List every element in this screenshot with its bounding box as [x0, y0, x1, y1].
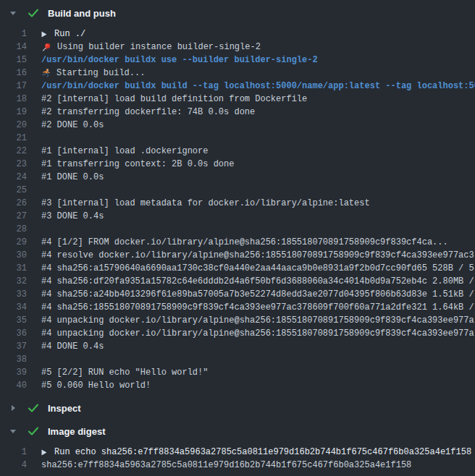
line-text-content: Starting build... — [56, 67, 145, 80]
chevron-down-icon[interactable] — [9, 428, 17, 435]
line-number[interactable]: 40 — [0, 379, 27, 392]
section-header[interactable]: Inspect — [0, 401, 475, 415]
line-number[interactable]: 16 — [0, 67, 27, 80]
line-text-content: #3 DONE 0.4s — [41, 210, 104, 223]
line-number[interactable]: 33 — [0, 288, 27, 301]
workflow-log-viewer: Build and push1Run ./14Using builder ins… — [0, 0, 475, 476]
section-header[interactable]: Image digest — [0, 424, 475, 438]
section-log-lines: 1Run ./14Using builder instance builder-… — [0, 27, 475, 392]
check-icon — [28, 404, 38, 412]
section-title: Inspect — [48, 403, 81, 414]
line-text-content: #3 [internal] load metadata for docker.i… — [41, 197, 370, 210]
line-text: #1 transferring context: 2B 0.0s done — [41, 158, 234, 171]
line-number[interactable]: 35 — [0, 314, 27, 327]
play-icon — [41, 449, 47, 456]
log-line: 21 — [0, 132, 475, 145]
line-text-content: #4 resolve docker.io/library/alpine@sha2… — [41, 249, 474, 262]
line-text-content: #4 sha256:a15790640a6690aa1730c38cf0a440… — [41, 262, 474, 275]
log-section: Build and push1Run ./14Using builder ins… — [0, 6, 475, 392]
line-text: #4 [1/2] FROM docker.io/library/alpine@s… — [41, 236, 448, 249]
log-line: 20#2 DONE 0.0s — [0, 119, 475, 132]
line-text: #2 transferring dockerfile: 74B 0.0s don… — [41, 106, 255, 119]
log-line: 36#4 unpacking docker.io/library/alpine@… — [0, 327, 475, 340]
line-number[interactable]: 28 — [0, 223, 27, 236]
log-line: 32#4 sha256:df20fa9351a15782c64e6dddb2d4… — [0, 275, 475, 288]
line-number[interactable]: 36 — [0, 327, 27, 340]
line-text: #4 DONE 0.4s — [41, 340, 104, 353]
log-line: 27#3 DONE 0.4s — [0, 210, 475, 223]
line-text-content: #4 sha256:a24bb4013296f61e89ba57005a7b3e… — [41, 288, 474, 301]
line-number[interactable]: 18 — [0, 93, 27, 106]
line-text-content: /usr/bin/docker buildx build --tag local… — [41, 80, 475, 93]
log-sections: Build and push1Run ./14Using builder ins… — [0, 6, 475, 472]
line-text-content: #4 [1/2] FROM docker.io/library/alpine@s… — [41, 236, 448, 249]
line-text: Run echo sha256:e7ff8834a5963a2785c5a081… — [41, 446, 471, 459]
line-text: #4 sha256:a24bb4013296f61e89ba57005a7b3e… — [41, 288, 474, 301]
log-line: 14Using builder instance builder-single-… — [0, 41, 475, 54]
log-line: 4sha256:e7ff8834a5963a2785c5a0811e979d16… — [0, 459, 475, 472]
log-line: 25 — [0, 184, 475, 197]
line-number[interactable]: 15 — [0, 54, 27, 67]
log-line: 34#4 sha256:185518070891758909c9f839cf4c… — [0, 301, 475, 314]
section-header[interactable]: Build and push — [0, 6, 475, 20]
line-number[interactable]: 39 — [0, 366, 27, 379]
log-line: 37#4 DONE 0.4s — [0, 340, 475, 353]
line-number[interactable]: 22 — [0, 145, 27, 158]
line-text-content: #4 sha256:185518070891758909c9f839cf4ca3… — [41, 301, 474, 314]
line-number[interactable]: 26 — [0, 197, 27, 210]
line-number[interactable]: 17 — [0, 80, 27, 93]
play-icon — [41, 31, 47, 38]
check-icon — [28, 427, 38, 435]
line-text-content: #4 unpacking docker.io/library/alpine@sh… — [41, 314, 474, 327]
section-title: Build and push — [48, 8, 116, 19]
log-line: 38 — [0, 353, 475, 366]
line-text: #5 0.060 Hello world! — [41, 379, 151, 392]
line-text: #4 sha256:df20fa9351a15782c64e6dddb2d4a6… — [41, 275, 474, 288]
line-number[interactable]: 27 — [0, 210, 27, 223]
line-text-content: #4 unpacking docker.io/library/alpine@sh… — [41, 327, 474, 340]
line-number[interactable]: 4 — [0, 459, 27, 472]
chevron-down-icon[interactable] — [9, 9, 17, 17]
line-text-content: Using builder instance builder-single-2 — [57, 41, 261, 54]
line-number[interactable]: 32 — [0, 275, 27, 288]
line-text: /usr/bin/docker buildx build --tag local… — [41, 80, 475, 93]
log-line: 16Starting build... — [0, 67, 475, 80]
line-number[interactable]: 37 — [0, 340, 27, 353]
line-number[interactable]: 29 — [0, 236, 27, 249]
line-number[interactable]: 25 — [0, 184, 27, 197]
chevron-right-icon[interactable] — [9, 404, 17, 412]
line-number[interactable]: 23 — [0, 158, 27, 171]
log-line: 39#5 [2/2] RUN echo "Hello world!" — [0, 366, 475, 379]
line-number[interactable]: 19 — [0, 106, 27, 119]
log-line: 30#4 resolve docker.io/library/alpine@sh… — [0, 249, 475, 262]
line-text: #4 resolve docker.io/library/alpine@sha2… — [41, 249, 474, 262]
line-text: Using builder instance builder-single-2 — [41, 41, 261, 54]
line-number[interactable]: 34 — [0, 301, 27, 314]
line-number[interactable]: 38 — [0, 353, 27, 366]
line-text-content: Run echo sha256:e7ff8834a5963a2785c5a081… — [54, 446, 471, 459]
section-log-lines: 1Run echo sha256:e7ff8834a5963a2785c5a08… — [0, 446, 475, 472]
line-number[interactable]: 1 — [0, 27, 27, 41]
runner-icon — [41, 68, 51, 78]
line-text-content: #2 DONE 0.0s — [41, 119, 104, 132]
line-number[interactable]: 30 — [0, 249, 27, 262]
log-line: 29#4 [1/2] FROM docker.io/library/alpine… — [0, 236, 475, 249]
line-number[interactable]: 31 — [0, 262, 27, 275]
line-text: Run ./ — [41, 27, 85, 41]
line-text: #1 DONE 0.0s — [41, 171, 104, 184]
log-line: 15/usr/bin/docker buildx use --builder b… — [0, 54, 475, 67]
log-line: 28 — [0, 223, 475, 236]
line-text: #3 [internal] load metadata for docker.i… — [41, 197, 370, 210]
line-number[interactable]: 14 — [0, 41, 27, 54]
line-text-content: sha256:e7ff8834a5963a2785c5a0811e979d16b… — [41, 459, 411, 472]
line-text-content: #1 [internal] load .dockerignore — [41, 145, 208, 158]
line-number[interactable]: 24 — [0, 171, 27, 184]
line-text-content: #4 sha256:df20fa9351a15782c64e6dddb2d4a6… — [41, 275, 474, 288]
line-text: #4 unpacking docker.io/library/alpine@sh… — [41, 314, 474, 327]
line-text-content: #2 [internal] load build definition from… — [41, 93, 307, 106]
line-text-content: Run ./ — [54, 27, 85, 41]
log-line: 22#1 [internal] load .dockerignore — [0, 145, 475, 158]
line-number[interactable]: 20 — [0, 119, 27, 132]
line-number[interactable]: 21 — [0, 132, 27, 145]
line-number[interactable]: 1 — [0, 446, 27, 459]
